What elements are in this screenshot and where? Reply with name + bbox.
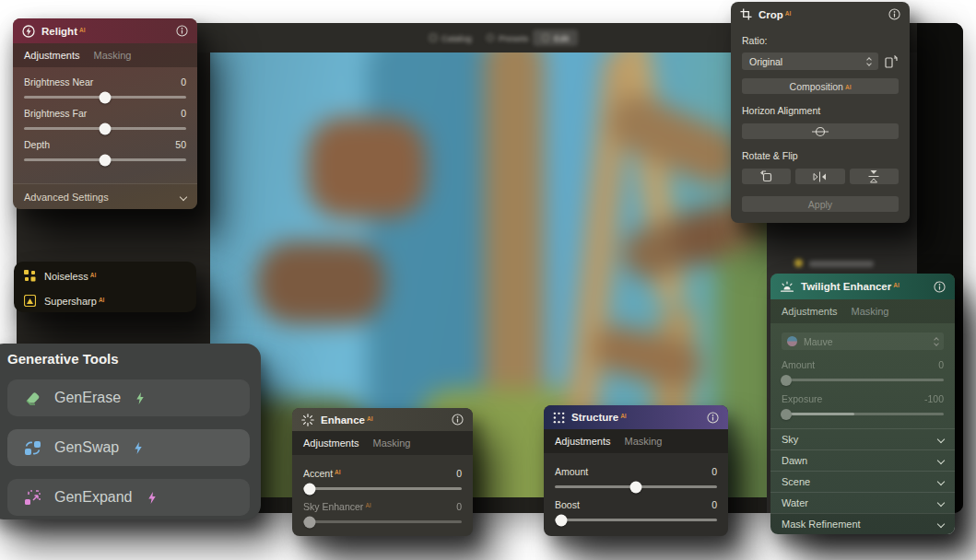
toolbar-tab-presets[interactable]: Presets: [477, 29, 537, 46]
chevron-down-icon: [937, 457, 945, 464]
tab-adjustments[interactable]: Adjustments: [303, 438, 359, 449]
chevron-down-icon: [937, 478, 945, 485]
gen-erase-button[interactable]: GenErase: [7, 379, 250, 416]
slider-handle[interactable]: [781, 375, 792, 386]
relight-panel-header: RelightAI: [13, 18, 197, 43]
gen-swap-button[interactable]: GenSwap: [7, 429, 250, 466]
section-sky[interactable]: Sky: [770, 428, 955, 449]
apply-button[interactable]: Apply: [742, 196, 899, 212]
crop-panel: CropAI Ratio: Original CompositionAI Hor…: [731, 2, 910, 223]
amount-slider[interactable]: [555, 485, 717, 488]
transpose-ratio-icon[interactable]: [885, 54, 899, 68]
flip-horizontal-button[interactable]: [795, 169, 844, 184]
horizon-alignment-slider[interactable]: [742, 123, 899, 139]
structure-panel: StructureAI Adjustments Masking Amount0 …: [544, 405, 728, 536]
slider-handle[interactable]: [100, 154, 112, 166]
gen-erase-label: GenErase: [54, 390, 121, 406]
section-water[interactable]: Water: [770, 492, 955, 513]
section-mask-refinement[interactable]: Mask Refinement: [770, 513, 955, 534]
tab-masking[interactable]: Masking: [94, 50, 132, 61]
slider-label: Amount: [555, 466, 588, 477]
section-dawn[interactable]: Dawn: [770, 449, 955, 471]
slider-row: Brightness Near0: [13, 67, 197, 99]
gen-swap-icon: [24, 440, 41, 456]
chevron-down-icon: [937, 499, 945, 507]
slider-handle[interactable]: [303, 516, 315, 528]
edit-tool-label-blur: [809, 261, 874, 267]
generative-tools-panel: Generative Tools GenErase GenSwap GenExp…: [0, 344, 261, 519]
sharpen-tools-panel: NoiselessAI SupersharpAI: [14, 262, 196, 312]
relight-panel: RelightAI Adjustments Masking Brightness…: [13, 18, 197, 209]
toolbar-tab-label: Presets: [499, 33, 528, 43]
relight-icon: [22, 25, 35, 38]
item-label: SupersharpAI: [44, 296, 104, 307]
depth-slider[interactable]: [24, 158, 186, 161]
brightness-far-slider[interactable]: [24, 127, 186, 130]
info-icon[interactable]: [707, 412, 719, 424]
slider-value: 0: [938, 359, 944, 370]
info-icon[interactable]: [934, 281, 946, 293]
tab-adjustments[interactable]: Adjustments: [24, 50, 80, 61]
gen-expand-button[interactable]: GenExpand: [7, 479, 250, 516]
slider-label: Brightness Near: [24, 76, 93, 88]
info-icon[interactable]: [888, 8, 900, 20]
structure-panel-header: StructureAI: [544, 405, 728, 429]
slider-label: Depth: [24, 139, 50, 150]
tab-adjustments[interactable]: Adjustments: [555, 436, 611, 447]
supersharp-item[interactable]: SupersharpAI: [14, 288, 196, 312]
twilight-panel-header: Twilight EnhancerAI: [770, 274, 955, 299]
slider-label: Brightness Far: [24, 108, 87, 119]
info-icon[interactable]: [176, 25, 188, 37]
slider-handle[interactable]: [630, 481, 642, 493]
chevron-down-icon: [937, 436, 945, 443]
enhance-panel-header: EnhanceAI: [292, 408, 473, 431]
slider-row: Sky EnhancerAI0: [292, 490, 473, 523]
slider-value: 0: [456, 468, 462, 479]
slider-row: Exposure-100: [770, 381, 955, 415]
slider-value: 0: [181, 76, 186, 88]
composition-ai-button[interactable]: CompositionAI: [742, 78, 899, 94]
ratio-select[interactable]: Original: [742, 52, 878, 70]
slider-handle[interactable]: [781, 409, 792, 420]
section-scene[interactable]: Scene: [770, 471, 955, 492]
info-icon[interactable]: [452, 414, 464, 426]
flip-vertical-button[interactable]: [850, 169, 899, 184]
twilight-sun-icon: [780, 281, 794, 293]
toolbar-tab-edit[interactable]: Edit: [533, 29, 578, 46]
slider-value: 0: [711, 499, 717, 510]
twilight-preset-select[interactable]: Mauve: [782, 332, 944, 350]
panel-title: EnhanceAI: [321, 414, 372, 426]
tab-masking[interactable]: Masking: [852, 306, 889, 317]
twilight-amount-slider[interactable]: [782, 379, 944, 381]
bolt-icon: [134, 442, 143, 454]
tab-adjustments[interactable]: Adjustments: [782, 306, 838, 317]
tab-masking[interactable]: Masking: [373, 438, 411, 449]
crop-icon: [740, 8, 752, 20]
select-chevrons-icon: [867, 58, 871, 65]
twilight-exposure-slider[interactable]: [782, 413, 944, 415]
boost-slider[interactable]: [555, 519, 717, 521]
enhance-panel: EnhanceAI Adjustments Masking AccentAI0 …: [292, 408, 473, 536]
slider-label: Amount: [782, 359, 815, 370]
noiseless-item[interactable]: NoiselessAI: [14, 263, 196, 288]
slider-row: Boost0: [544, 488, 728, 521]
slider-handle[interactable]: [556, 514, 568, 526]
gen-expand-icon: [24, 490, 41, 506]
level-marker-icon: [810, 125, 830, 138]
slider-label: Exposure: [782, 393, 822, 404]
edit-icon: [542, 34, 549, 41]
slider-row: Amount0: [770, 350, 955, 381]
enhance-icon: [301, 414, 314, 426]
sky-enhancer-slider[interactable]: [303, 520, 462, 523]
rotate-left-button[interactable]: [742, 169, 791, 184]
brightness-near-slider[interactable]: [24, 96, 186, 99]
chevron-down-icon: [937, 520, 945, 528]
slider-row: Amount0: [544, 453, 728, 488]
advanced-settings-label: Advanced Settings: [24, 192, 109, 203]
slider-handle[interactable]: [100, 122, 112, 134]
generative-tools-title: Generative Tools: [7, 351, 250, 367]
toolbar-tab-catalog[interactable]: Catalog: [420, 29, 481, 46]
advanced-settings-toggle[interactable]: Advanced Settings: [13, 183, 197, 209]
slider-handle[interactable]: [100, 91, 112, 103]
tab-masking[interactable]: Masking: [625, 436, 663, 447]
